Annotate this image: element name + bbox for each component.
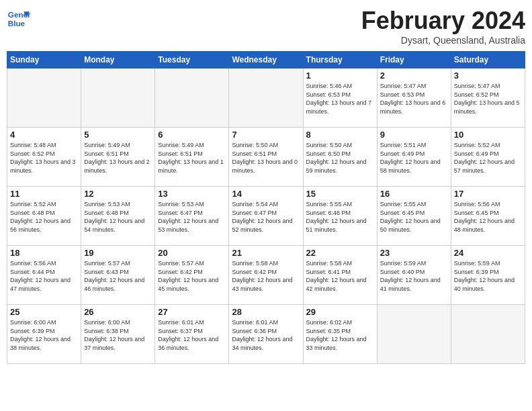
day-info: Sunrise: 5:50 AMSunset: 6:51 PMDaylight:… — [232, 141, 300, 175]
day-number: 6 — [158, 130, 226, 140]
day-info: Sunrise: 5:55 AMSunset: 6:46 PMDaylight:… — [306, 200, 374, 234]
calendar-cell: 18Sunrise: 5:56 AMSunset: 6:44 PMDayligh… — [7, 246, 81, 305]
day-number: 10 — [454, 130, 522, 140]
calendar-cell: 1Sunrise: 5:46 AMSunset: 6:53 PMDaylight… — [303, 68, 377, 128]
calendar-cell: 7Sunrise: 5:50 AMSunset: 6:51 PMDaylight… — [229, 128, 303, 187]
day-number: 9 — [380, 130, 448, 140]
day-header-tuesday: Tuesday — [155, 52, 229, 68]
day-info: Sunrise: 6:01 AMSunset: 6:37 PMDaylight:… — [158, 318, 226, 352]
day-info: Sunrise: 5:51 AMSunset: 6:49 PMDaylight:… — [380, 141, 448, 175]
calendar-cell: 19Sunrise: 5:57 AMSunset: 6:43 PMDayligh… — [81, 246, 155, 305]
calendar-cell — [7, 68, 81, 128]
calendar-cell: 5Sunrise: 5:49 AMSunset: 6:51 PMDaylight… — [81, 128, 155, 187]
day-number: 28 — [232, 307, 300, 317]
calendar-cell: 22Sunrise: 5:58 AMSunset: 6:41 PMDayligh… — [303, 246, 377, 305]
day-number: 3 — [454, 71, 522, 81]
day-header-friday: Friday — [377, 52, 451, 68]
day-info: Sunrise: 5:59 AMSunset: 6:39 PMDaylight:… — [454, 259, 522, 293]
location-title: Dysart, Queensland, Australia — [361, 35, 525, 46]
calendar-cell: 10Sunrise: 5:52 AMSunset: 6:49 PMDayligh… — [451, 128, 525, 187]
day-info: Sunrise: 5:50 AMSunset: 6:50 PMDaylight:… — [306, 141, 374, 175]
calendar-cell: 21Sunrise: 5:58 AMSunset: 6:42 PMDayligh… — [229, 246, 303, 305]
calendar-cell: 6Sunrise: 5:49 AMSunset: 6:51 PMDaylight… — [155, 128, 229, 187]
day-info: Sunrise: 5:58 AMSunset: 6:41 PMDaylight:… — [306, 259, 374, 293]
day-number: 24 — [454, 248, 522, 258]
day-number: 7 — [232, 130, 300, 140]
calendar-cell: 25Sunrise: 6:00 AMSunset: 6:39 PMDayligh… — [7, 305, 81, 364]
logo: General Blue — [7, 7, 31, 31]
day-info: Sunrise: 5:48 AMSunset: 6:52 PMDaylight:… — [10, 141, 78, 175]
day-info: Sunrise: 6:01 AMSunset: 6:36 PMDaylight:… — [232, 318, 300, 352]
calendar-cell: 23Sunrise: 5:59 AMSunset: 6:40 PMDayligh… — [377, 246, 451, 305]
day-info: Sunrise: 5:52 AMSunset: 6:49 PMDaylight:… — [454, 141, 522, 175]
day-number: 27 — [158, 307, 226, 317]
calendar-cell: 11Sunrise: 5:52 AMSunset: 6:48 PMDayligh… — [7, 187, 81, 246]
day-number: 29 — [306, 307, 374, 317]
day-info: Sunrise: 6:00 AMSunset: 6:39 PMDaylight:… — [10, 318, 78, 352]
day-number: 13 — [158, 189, 226, 199]
day-number: 5 — [84, 130, 152, 140]
calendar-cell: 28Sunrise: 6:01 AMSunset: 6:36 PMDayligh… — [229, 305, 303, 364]
calendar-cell: 14Sunrise: 5:54 AMSunset: 6:47 PMDayligh… — [229, 187, 303, 246]
day-info: Sunrise: 5:56 AMSunset: 6:45 PMDaylight:… — [454, 200, 522, 234]
day-info: Sunrise: 5:53 AMSunset: 6:48 PMDaylight:… — [84, 200, 152, 234]
day-number: 19 — [84, 248, 152, 258]
calendar-cell: 4Sunrise: 5:48 AMSunset: 6:52 PMDaylight… — [7, 128, 81, 187]
title-area: February 2024 Dysart, Queensland, Austra… — [361, 7, 525, 46]
day-info: Sunrise: 6:02 AMSunset: 6:35 PMDaylight:… — [306, 318, 374, 352]
day-info: Sunrise: 5:58 AMSunset: 6:42 PMDaylight:… — [232, 259, 300, 293]
logo-icon: General Blue — [7, 7, 31, 31]
day-header-sunday: Sunday — [7, 52, 81, 68]
calendar-cell: 3Sunrise: 5:47 AMSunset: 6:52 PMDaylight… — [451, 68, 525, 128]
calendar-cell: 26Sunrise: 6:00 AMSunset: 6:38 PMDayligh… — [81, 305, 155, 364]
day-number: 12 — [84, 189, 152, 199]
day-number: 22 — [306, 248, 374, 258]
day-number: 26 — [84, 307, 152, 317]
day-info: Sunrise: 5:52 AMSunset: 6:48 PMDaylight:… — [10, 200, 78, 234]
day-number: 20 — [158, 248, 226, 258]
calendar-table: SundayMondayTuesdayWednesdayThursdayFrid… — [7, 51, 525, 364]
day-number: 11 — [10, 189, 78, 199]
day-info: Sunrise: 5:59 AMSunset: 6:40 PMDaylight:… — [380, 259, 448, 293]
day-number: 2 — [380, 71, 448, 81]
day-info: Sunrise: 5:57 AMSunset: 6:43 PMDaylight:… — [84, 259, 152, 293]
calendar-cell: 8Sunrise: 5:50 AMSunset: 6:50 PMDaylight… — [303, 128, 377, 187]
day-number: 14 — [232, 189, 300, 199]
svg-text:Blue: Blue — [8, 19, 26, 28]
day-number: 18 — [10, 248, 78, 258]
day-info: Sunrise: 5:47 AMSunset: 6:52 PMDaylight:… — [454, 82, 522, 116]
month-title: February 2024 — [361, 7, 525, 35]
calendar-cell: 24Sunrise: 5:59 AMSunset: 6:39 PMDayligh… — [451, 246, 525, 305]
calendar-cell: 13Sunrise: 5:53 AMSunset: 6:47 PMDayligh… — [155, 187, 229, 246]
calendar-cell: 9Sunrise: 5:51 AMSunset: 6:49 PMDaylight… — [377, 128, 451, 187]
day-number: 17 — [454, 189, 522, 199]
calendar-cell — [451, 305, 525, 364]
calendar-cell: 12Sunrise: 5:53 AMSunset: 6:48 PMDayligh… — [81, 187, 155, 246]
day-number: 23 — [380, 248, 448, 258]
day-header-monday: Monday — [81, 52, 155, 68]
day-info: Sunrise: 5:53 AMSunset: 6:47 PMDaylight:… — [158, 200, 226, 234]
calendar-cell: 2Sunrise: 5:47 AMSunset: 6:53 PMDaylight… — [377, 68, 451, 128]
calendar-cell: 17Sunrise: 5:56 AMSunset: 6:45 PMDayligh… — [451, 187, 525, 246]
day-number: 4 — [10, 130, 78, 140]
day-info: Sunrise: 5:46 AMSunset: 6:53 PMDaylight:… — [306, 82, 374, 116]
day-info: Sunrise: 5:55 AMSunset: 6:45 PMDaylight:… — [380, 200, 448, 234]
day-header-saturday: Saturday — [451, 52, 525, 68]
calendar-cell: 20Sunrise: 5:57 AMSunset: 6:42 PMDayligh… — [155, 246, 229, 305]
day-number: 25 — [10, 307, 78, 317]
day-number: 15 — [306, 189, 374, 199]
day-number: 16 — [380, 189, 448, 199]
day-info: Sunrise: 5:49 AMSunset: 6:51 PMDaylight:… — [158, 141, 226, 175]
day-number: 21 — [232, 248, 300, 258]
calendar-cell: 15Sunrise: 5:55 AMSunset: 6:46 PMDayligh… — [303, 187, 377, 246]
calendar-cell: 27Sunrise: 6:01 AMSunset: 6:37 PMDayligh… — [155, 305, 229, 364]
day-info: Sunrise: 6:00 AMSunset: 6:38 PMDaylight:… — [84, 318, 152, 352]
day-header-thursday: Thursday — [303, 52, 377, 68]
day-info: Sunrise: 5:49 AMSunset: 6:51 PMDaylight:… — [84, 141, 152, 175]
day-info: Sunrise: 5:57 AMSunset: 6:42 PMDaylight:… — [158, 259, 226, 293]
day-info: Sunrise: 5:56 AMSunset: 6:44 PMDaylight:… — [10, 259, 78, 293]
calendar-cell — [81, 68, 155, 128]
calendar-cell — [229, 68, 303, 128]
day-info: Sunrise: 5:54 AMSunset: 6:47 PMDaylight:… — [232, 200, 300, 234]
calendar-cell — [377, 305, 451, 364]
